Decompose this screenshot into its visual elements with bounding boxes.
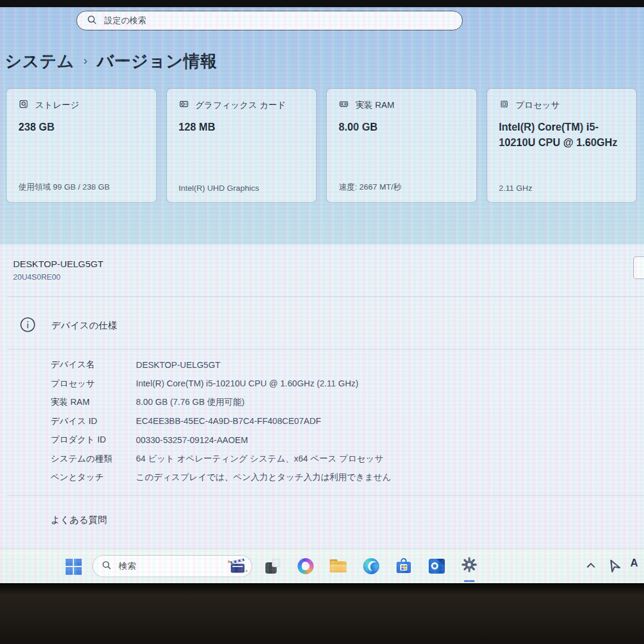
taskbar: 検索 bbox=[0, 549, 644, 583]
spec-row-product-id: プロダクト ID 00330-53257-09124-AAOEM bbox=[51, 431, 634, 450]
device-name-block: DESKTOP-UELG5GT 20U4S0RE00 bbox=[13, 259, 103, 281]
ime-mode-indicator[interactable]: A bbox=[630, 557, 644, 569]
faq-section[interactable]: よくある質問 bbox=[51, 514, 107, 527]
ram-card[interactable]: 実装 RAM 8.00 GB 速度: 2667 MT/秒 bbox=[326, 88, 477, 203]
divider bbox=[7, 296, 644, 297]
spec-row-system-type: システムの種類 64 ビット オペレーティング システム、x64 ベース プロセ… bbox=[51, 450, 634, 469]
card-caption: Intel(R) UHD Graphics bbox=[179, 184, 305, 193]
processor-card[interactable]: プロセッサ Intel(R) Core(TM) i5-10210U CPU @ … bbox=[487, 88, 637, 203]
spec-row-ram: 実装 RAM 8.00 GB (7.76 GB 使用可能) bbox=[51, 393, 634, 412]
rename-device-button[interactable] bbox=[633, 256, 644, 279]
card-value: 8.00 GB bbox=[339, 119, 465, 135]
card-label: 実装 RAM bbox=[355, 100, 394, 111]
spec-row-device-name: デバイス名 DESKTOP-UELG5GT bbox=[51, 355, 634, 374]
info-icon bbox=[20, 317, 36, 335]
storage-card[interactable]: ストレージ 238 GB 使用領域 99 GB / 238 GB bbox=[6, 88, 157, 203]
breadcrumb: システム › バージョン情報 bbox=[5, 50, 217, 73]
page-title: バージョン情報 bbox=[97, 50, 217, 73]
settings-window: 設定の検索 システム › バージョン情報 ストレージ 238 GB 使用領域 9… bbox=[0, 7, 644, 583]
spec-row-processor: プロセッサ Intel(R) Core(TM) i5-10210U CPU @ … bbox=[51, 374, 634, 394]
chevron-up-icon[interactable] bbox=[583, 558, 599, 573]
device-specs-header[interactable]: デバイスの仕様 bbox=[20, 315, 117, 336]
spec-row-device-id: デバイス ID EC4EE3BB-45EC-4A9D-B7C4-FF408CE0… bbox=[51, 412, 634, 431]
spec-row-pen-touch: ペンとタッチ このディスプレイでは、ペン入力とタッチ入力は利用できません bbox=[51, 468, 634, 487]
summary-cards: ストレージ 238 GB 使用領域 99 GB / 238 GB グラフィックス… bbox=[6, 88, 637, 203]
ram-icon bbox=[339, 99, 349, 112]
storage-icon bbox=[18, 99, 29, 112]
search-icon bbox=[86, 14, 97, 27]
divider bbox=[7, 349, 644, 349]
breadcrumb-separator: › bbox=[83, 53, 88, 67]
device-specs-table: デバイス名 DESKTOP-UELG5GT プロセッサ Intel(R) Cor… bbox=[51, 355, 634, 487]
settings-search-placeholder: 設定の検索 bbox=[104, 16, 146, 26]
settings-search-input[interactable]: 設定の検索 bbox=[76, 11, 463, 30]
divider bbox=[7, 495, 644, 496]
laptop-bezel-bottom bbox=[0, 583, 644, 644]
card-value: 238 GB bbox=[18, 119, 144, 135]
card-caption: 2.11 GHz bbox=[499, 184, 625, 193]
graphics-card-icon bbox=[179, 99, 189, 112]
device-name: DESKTOP-UELG5GT bbox=[13, 259, 103, 270]
graphics-card[interactable]: グラフィックス カード 128 MB Intel(R) UHD Graphics bbox=[166, 88, 317, 203]
about-panel: DESKTOP-UELG5GT 20U4S0RE00 デバイスの仕様 デバイス名… bbox=[0, 244, 644, 556]
system-tray: A bbox=[0, 549, 644, 583]
card-value: 128 MB bbox=[179, 119, 305, 135]
card-caption: 使用領域 99 GB / 238 GB bbox=[18, 182, 144, 193]
cpu-icon bbox=[499, 99, 509, 112]
device-model: 20U4S0RE00 bbox=[13, 273, 103, 281]
pointer-arrow-icon[interactable] bbox=[605, 556, 623, 574]
card-label: プロセッサ bbox=[516, 100, 560, 111]
card-label: ストレージ bbox=[35, 100, 79, 111]
card-value: Intel(R) Core(TM) i5-10210U CPU @ 1.60GH… bbox=[499, 119, 625, 151]
laptop-bezel-top bbox=[0, 0, 644, 7]
card-label: グラフィックス カード bbox=[196, 100, 286, 111]
card-caption: 速度: 2667 MT/秒 bbox=[339, 182, 465, 193]
breadcrumb-system[interactable]: システム bbox=[5, 50, 75, 73]
device-specs-title: デバイスの仕様 bbox=[51, 320, 117, 332]
